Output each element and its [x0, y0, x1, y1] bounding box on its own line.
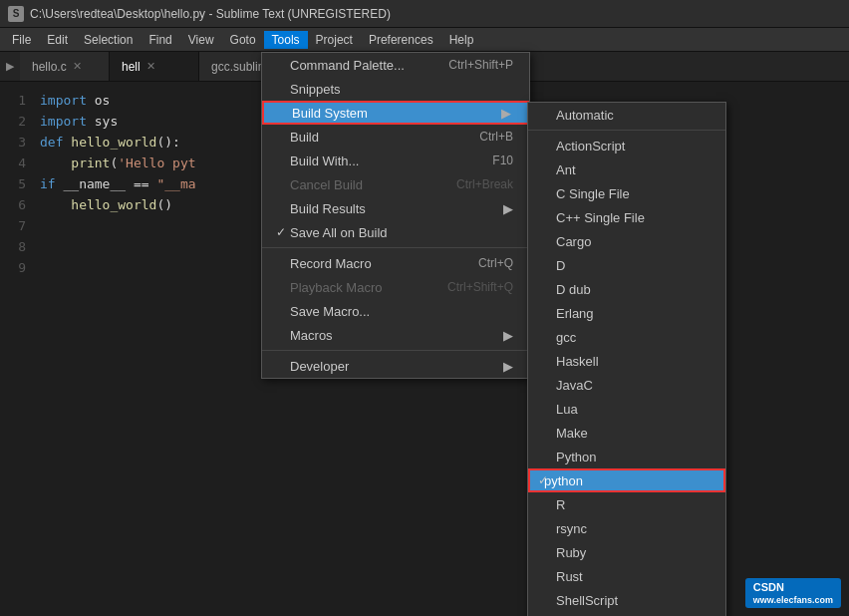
tools-sep-1 — [262, 247, 529, 248]
c-single-label: C Single File — [556, 186, 630, 201]
line-numbers: 1 2 3 4 5 6 7 8 9 — [0, 82, 36, 616]
tab-hell-close[interactable]: ✕ — [146, 60, 155, 73]
menu-save-macro[interactable]: Save Macro... — [262, 299, 529, 323]
menu-file[interactable]: File — [4, 31, 39, 49]
tools-sep-2 — [262, 350, 529, 351]
build-with-label: Build With... — [290, 154, 359, 168]
submenu-d[interactable]: D — [528, 253, 725, 277]
shellscript-label: ShellScript — [556, 593, 618, 608]
menu-command-palette[interactable]: Command Palette... Ctrl+Shift+P — [262, 53, 529, 77]
submenu-ruby[interactable]: Ruby — [528, 540, 725, 564]
lua-label: Lua — [556, 402, 578, 417]
playback-macro-label: Playback Macro — [290, 280, 382, 295]
submenu-actionscript[interactable]: ActionScript — [528, 134, 725, 157]
submenu-cpp-single[interactable]: C++ Single File — [528, 205, 725, 229]
menu-record-macro[interactable]: Record Macro Ctrl+Q — [262, 251, 529, 275]
menu-cancel-build[interactable]: Cancel Build Ctrl+Break — [262, 172, 529, 196]
automatic-label: Automatic — [556, 108, 614, 123]
erlang-label: Erlang — [556, 306, 594, 321]
menu-save-all-on-build[interactable]: ✓ Save All on Build — [262, 220, 529, 244]
tab-prev-arrow[interactable]: ▶ — [0, 52, 20, 81]
tab-hello-c[interactable]: hello.c ✕ — [20, 52, 110, 81]
save-all-label: Save All on Build — [290, 225, 388, 240]
submenu-rsync[interactable]: rsync — [528, 516, 725, 540]
rsync-label: rsync — [556, 521, 587, 536]
build-label: Build — [290, 130, 319, 145]
menu-project[interactable]: Project — [308, 31, 361, 49]
cancel-build-shortcut: Ctrl+Break — [456, 177, 513, 191]
submenu-d-dub[interactable]: D dub — [528, 277, 725, 301]
developer-label: Developer — [290, 359, 349, 374]
tab-hell[interactable]: hell ✕ — [110, 52, 199, 81]
build-results-label: Build Results — [290, 201, 366, 216]
menu-developer[interactable]: Developer ▶ — [262, 354, 529, 378]
cancel-build-label: Cancel Build — [290, 177, 363, 192]
submenu-rust[interactable]: Rust — [528, 564, 725, 588]
build-results-arrow: ▶ — [503, 201, 513, 216]
submenu-haskell[interactable]: Haskell — [528, 349, 725, 373]
submenu-cargo[interactable]: Cargo — [528, 229, 725, 253]
submenu-r[interactable]: R — [528, 492, 725, 516]
menu-selection[interactable]: Selection — [76, 31, 141, 49]
submenu-erlang[interactable]: Erlang — [528, 301, 725, 325]
submenu-sep-1 — [528, 130, 725, 131]
ruby-label: Ruby — [556, 545, 586, 560]
macros-label: Macros — [290, 328, 333, 343]
cargo-label: Cargo — [556, 234, 591, 249]
menu-build[interactable]: Build Ctrl+B — [262, 125, 529, 149]
tab-hello-c-close[interactable]: ✕ — [73, 60, 82, 73]
menu-build-with[interactable]: Build With... F10 — [262, 149, 529, 172]
menu-macros[interactable]: Macros ▶ — [262, 323, 529, 347]
title-text: C:\Users\redtea\Desktop\hello.py - Subli… — [30, 7, 391, 21]
menu-snippets[interactable]: Snippets — [262, 77, 529, 101]
submenu-python-cap[interactable]: Python — [528, 445, 725, 468]
command-palette-shortcut: Ctrl+Shift+P — [448, 58, 513, 72]
actionscript-label: ActionScript — [556, 139, 625, 154]
menu-preferences[interactable]: Preferences — [361, 31, 441, 49]
submenu-javac[interactable]: JavaC — [528, 373, 725, 397]
developer-arrow: ▶ — [503, 359, 513, 374]
menu-view[interactable]: View — [180, 31, 222, 49]
submenu-syntax-tests[interactable]: Syntax Tests — [528, 612, 725, 616]
record-macro-shortcut: Ctrl+Q — [478, 256, 513, 270]
d-dub-label: D dub — [556, 282, 591, 297]
haskell-label: Haskell — [556, 354, 599, 369]
app-icon: S — [8, 6, 24, 22]
menu-tools[interactable]: Tools — [264, 31, 308, 49]
submenu-python[interactable]: ✓ python — [528, 468, 725, 492]
python-check: ✓ — [538, 473, 552, 487]
ant-label: Ant — [556, 162, 576, 177]
submenu-automatic[interactable]: Automatic — [528, 103, 725, 127]
tab-hell-label: hell — [122, 60, 141, 74]
javac-label: JavaC — [556, 378, 593, 393]
submenu-gcc[interactable]: gcc — [528, 325, 725, 349]
save-macro-label: Save Macro... — [290, 304, 370, 319]
gcc-label: gcc — [556, 330, 576, 345]
title-bar: S C:\Users\redtea\Desktop\hello.py - Sub… — [0, 0, 849, 28]
build-system-label: Build System — [292, 106, 368, 121]
playback-macro-shortcut: Ctrl+Shift+Q — [447, 280, 513, 294]
menu-find[interactable]: Find — [141, 31, 179, 49]
build-with-shortcut: F10 — [492, 154, 513, 167]
submenu-shellscript[interactable]: ShellScript — [528, 588, 725, 612]
rust-label: Rust — [556, 569, 583, 584]
menu-edit[interactable]: Edit — [39, 31, 76, 49]
menu-build-results[interactable]: Build Results ▶ — [262, 196, 529, 220]
python-cap-label: Python — [556, 450, 596, 464]
build-shortcut: Ctrl+B — [479, 130, 513, 144]
menu-help[interactable]: Help — [441, 31, 482, 49]
submenu-make[interactable]: Make — [528, 421, 725, 445]
r-label: R — [556, 497, 565, 512]
submenu-c-single[interactable]: C Single File — [528, 181, 725, 205]
build-system-arrow: ▶ — [501, 106, 511, 121]
make-label: Make — [556, 426, 588, 441]
menu-goto[interactable]: Goto — [222, 31, 264, 49]
submenu-ant[interactable]: Ant — [528, 157, 725, 181]
menu-build-system[interactable]: Build System ▶ Automatic ActionScript An… — [262, 101, 529, 125]
submenu-lua[interactable]: Lua — [528, 397, 725, 421]
menu-playback-macro[interactable]: Playback Macro Ctrl+Shift+Q — [262, 275, 529, 299]
command-palette-label: Command Palette... — [290, 58, 405, 73]
macros-arrow: ▶ — [503, 328, 513, 343]
csdn-watermark: CSDNwww.elecfans.com — [745, 578, 841, 608]
build-system-submenu: Automatic ActionScript Ant C Single File… — [527, 102, 726, 616]
